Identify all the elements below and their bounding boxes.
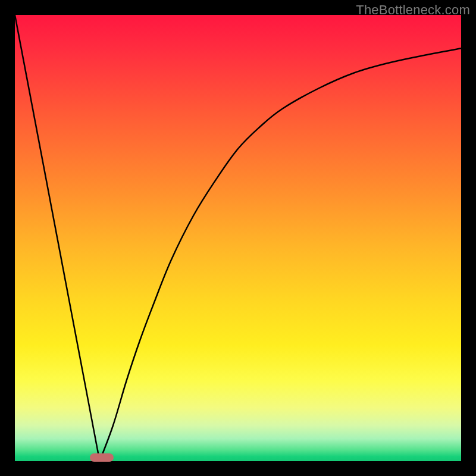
plot-area <box>15 15 461 461</box>
chart-curve-svg <box>15 15 461 461</box>
left-line <box>15 15 100 461</box>
baseline-marker <box>90 453 114 462</box>
chart-frame: TheBottleneck.com <box>0 0 476 476</box>
right-curve <box>100 48 462 461</box>
